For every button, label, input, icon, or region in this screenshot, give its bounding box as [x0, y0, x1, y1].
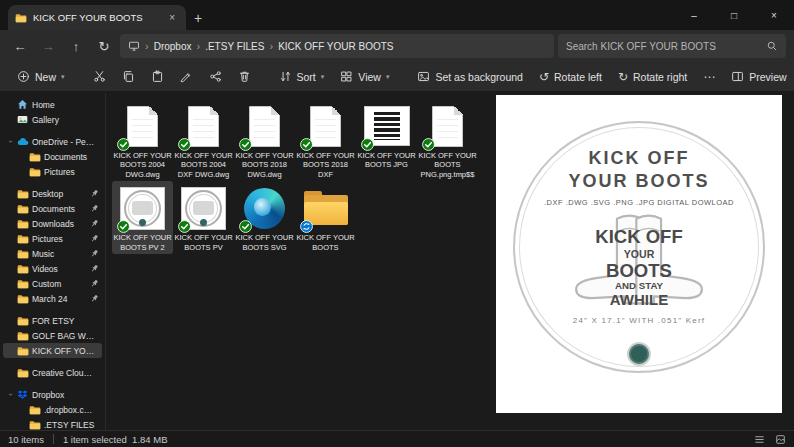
- preview-image: KICK OFF YOUR BOOTS .DXF .DWG .SVG .PNG …: [496, 95, 782, 413]
- synced-check-icon: [178, 220, 191, 233]
- sidebar-item-label: Desktop: [32, 189, 87, 199]
- status-bar: 10 items 1 item selected 1.84 MB: [0, 430, 794, 447]
- copy-button[interactable]: [115, 66, 142, 87]
- file-name: KICK OFF YOUR BOOTS 2018 DWG.dwg: [235, 151, 294, 179]
- back-button[interactable]: ←: [8, 34, 32, 58]
- sidebar-item[interactable]: Documents: [3, 201, 102, 216]
- tab-close-icon[interactable]: ×: [165, 12, 179, 23]
- forward-button[interactable]: →: [36, 34, 60, 58]
- sidebar-item[interactable]: Downloads: [3, 216, 102, 231]
- file-tile[interactable]: KICK OFF YOUR BOOTS SVG: [234, 181, 295, 254]
- minimize-button[interactable]: –: [674, 0, 714, 30]
- sidebar-item-icon: [17, 316, 29, 326]
- sidebar-item[interactable]: KICK OFF YOUR BOOTS: [3, 343, 102, 358]
- sidebar-item-label: GOLF BAG WITH INITIAL: [32, 331, 96, 341]
- sort-button[interactable]: Sort▾: [272, 66, 332, 87]
- sidebar-item-icon: [17, 189, 29, 199]
- set-as-background-button[interactable]: Set as background: [410, 66, 530, 87]
- sidebar-item[interactable]: March 24: [3, 291, 102, 306]
- expand-chevron-icon[interactable]: ›: [6, 391, 15, 399]
- status-divider: [53, 434, 54, 444]
- address-row: ← → ↑ ↻ › Dropbox›.ETSY FILES›KICK OFF Y…: [0, 30, 794, 62]
- sidebar-item[interactable]: GOLF BAG WITH INITIAL: [3, 328, 102, 343]
- close-button[interactable]: ×: [754, 0, 794, 30]
- search-icon[interactable]: [766, 40, 778, 52]
- file-tile[interactable]: KICK OFF YOUR BOOTS PV 2: [112, 181, 173, 254]
- file-name: KICK OFF YOUR BOOTS PNG.png.tmp$$: [418, 151, 477, 179]
- refresh-button[interactable]: ↻: [92, 34, 116, 58]
- file-icon-wrap: [357, 101, 416, 151]
- sidebar-item-icon: [29, 405, 41, 415]
- this-pc-icon: [128, 40, 140, 52]
- explorer-tab[interactable]: KICK OFF YOUR BOOTS ×: [8, 5, 186, 30]
- sidebar-item[interactable]: .ETSY FILES: [3, 417, 102, 430]
- design-formats: .DXF .DWG .SVG .PNG .JPG DIGITAL DOWLOAD: [544, 198, 734, 207]
- svg-text:YOUR: YOUR: [624, 248, 655, 260]
- sidebar-item-label: March 24: [32, 294, 87, 304]
- file-tile[interactable]: KICK OFF YOUR BOOTS PNG.png.tmp$$: [417, 99, 478, 181]
- document-icon: [310, 106, 341, 147]
- details-view-icon[interactable]: [754, 434, 765, 445]
- sidebar-item-icon: [17, 234, 29, 244]
- file-tile[interactable]: KICK OFF YOUR BOOTS PV: [173, 181, 234, 254]
- large-icons-view-icon[interactable]: [775, 434, 786, 445]
- breadcrumb-item[interactable]: .ETSY FILES: [205, 41, 264, 52]
- breadcrumb-item[interactable]: KICK OFF YOUR BOOTS: [278, 41, 393, 52]
- cut-button[interactable]: [86, 66, 113, 87]
- rename-button[interactable]: [173, 66, 200, 87]
- synced-check-icon: [239, 220, 252, 233]
- file-tile[interactable]: KICK OFF YOUR BOOTS 2004 DXF DWG.dwg: [173, 99, 234, 181]
- sidebar-item[interactable]: Gallery: [3, 112, 102, 127]
- sidebar-item[interactable]: Creative Cloud Files Perso: [3, 365, 102, 380]
- search-box[interactable]: [558, 34, 786, 58]
- preview-toggle-button[interactable]: Preview: [724, 66, 793, 87]
- synced-check-icon: [117, 220, 130, 233]
- delete-button[interactable]: [231, 66, 258, 87]
- rotate-right-button[interactable]: ↻Rotate right: [611, 66, 694, 88]
- file-icon-wrap: [174, 101, 233, 151]
- sidebar-item[interactable]: Music: [3, 246, 102, 261]
- design-size-note: 24" X 17.1" WITH .051" Kerf: [573, 316, 706, 325]
- pin-icon: [90, 204, 99, 213]
- up-button[interactable]: ↑: [64, 34, 88, 58]
- address-bar[interactable]: › Dropbox›.ETSY FILES›KICK OFF YOUR BOOT…: [120, 34, 554, 58]
- sidebar-item[interactable]: Desktop: [3, 186, 102, 201]
- sidebar-item-icon: [17, 137, 29, 146]
- sidebar-item-icon: [17, 114, 29, 125]
- pin-icon: [90, 219, 99, 228]
- sidebar-item[interactable]: Videos: [3, 261, 102, 276]
- file-tile[interactable]: KICK OFF YOUR BOOTS 2018 DWG.dwg: [234, 99, 295, 181]
- sidebar-item-label: Documents: [32, 204, 87, 214]
- rotate-left-button[interactable]: ↺Rotate left: [532, 66, 609, 88]
- sidebar-item-icon: [29, 167, 41, 177]
- maximize-button[interactable]: □: [714, 0, 754, 30]
- sidebar-item-icon: [17, 390, 29, 400]
- expand-chevron-icon[interactable]: ›: [6, 138, 15, 146]
- sidebar-item[interactable]: .dropbox.cache: [3, 402, 102, 417]
- new-tab-button[interactable]: +: [186, 5, 210, 30]
- file-tile[interactable]: KICK OFF YOUR BOOTS: [295, 181, 356, 254]
- sidebar-item[interactable]: Custom: [3, 276, 102, 291]
- file-tile[interactable]: KICK OFF YOUR BOOTS 2018 DXF: [295, 99, 356, 181]
- file-tile[interactable]: KICK OFF YOUR BOOTS JPG: [356, 99, 417, 181]
- new-button[interactable]: New▾: [10, 66, 72, 87]
- sidebar-item[interactable]: Pictures: [3, 231, 102, 246]
- sidebar-item[interactable]: › Dropbox: [3, 387, 102, 402]
- document-icon: [249, 106, 280, 147]
- share-button[interactable]: [202, 66, 229, 87]
- paste-button[interactable]: [144, 66, 171, 87]
- sidebar-item[interactable]: Pictures: [3, 164, 102, 179]
- sidebar-item[interactable]: › OneDrive - Personal: [3, 134, 102, 149]
- sidebar-item[interactable]: Documents: [3, 149, 102, 164]
- sidebar-item[interactable]: Home: [3, 97, 102, 112]
- sidebar-item-label: Pictures: [32, 234, 87, 244]
- breadcrumb-item[interactable]: Dropbox: [154, 41, 192, 52]
- search-input[interactable]: [566, 41, 760, 52]
- file-tile[interactable]: KICK OFF YOUR BOOTS 2004 DWG.dwg: [112, 99, 173, 181]
- brand-badge: [627, 342, 651, 366]
- sidebar-item[interactable]: FOR ETSY: [3, 313, 102, 328]
- pin-icon: [90, 189, 99, 198]
- file-icon-wrap: [113, 183, 172, 233]
- more-options-button[interactable]: ⋯: [696, 66, 722, 88]
- view-button[interactable]: View▾: [333, 66, 396, 87]
